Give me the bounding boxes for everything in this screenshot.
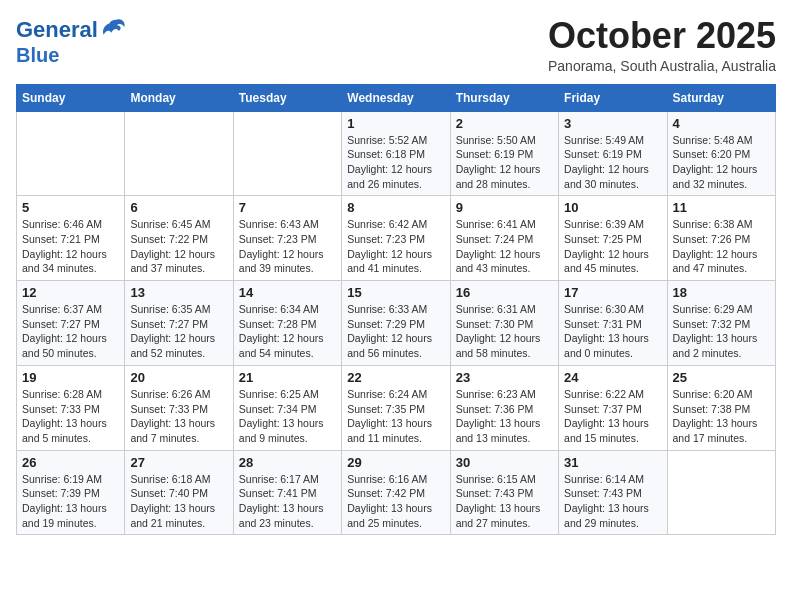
calendar-cell: 25Sunrise: 6:20 AMSunset: 7:38 PMDayligh… <box>667 365 775 450</box>
calendar-cell: 22Sunrise: 6:24 AMSunset: 7:35 PMDayligh… <box>342 365 450 450</box>
week-row-1: 1Sunrise: 5:52 AMSunset: 6:18 PMDaylight… <box>17 111 776 196</box>
header-day-monday: Monday <box>125 84 233 111</box>
calendar-cell: 20Sunrise: 6:26 AMSunset: 7:33 PMDayligh… <box>125 365 233 450</box>
day-number: 26 <box>22 455 119 470</box>
calendar-cell: 16Sunrise: 6:31 AMSunset: 7:30 PMDayligh… <box>450 281 558 366</box>
day-number: 25 <box>673 370 770 385</box>
day-info: Sunrise: 6:20 AMSunset: 7:38 PMDaylight:… <box>673 387 770 446</box>
day-info: Sunrise: 6:46 AMSunset: 7:21 PMDaylight:… <box>22 217 119 276</box>
month-title: October 2025 <box>548 16 776 56</box>
logo-text: General <box>16 18 98 42</box>
header-day-saturday: Saturday <box>667 84 775 111</box>
day-number: 1 <box>347 116 444 131</box>
day-info: Sunrise: 6:34 AMSunset: 7:28 PMDaylight:… <box>239 302 336 361</box>
day-number: 24 <box>564 370 661 385</box>
day-number: 27 <box>130 455 227 470</box>
calendar-cell: 8Sunrise: 6:42 AMSunset: 7:23 PMDaylight… <box>342 196 450 281</box>
calendar-cell: 31Sunrise: 6:14 AMSunset: 7:43 PMDayligh… <box>559 450 667 535</box>
calendar-cell: 5Sunrise: 6:46 AMSunset: 7:21 PMDaylight… <box>17 196 125 281</box>
day-number: 19 <box>22 370 119 385</box>
day-number: 31 <box>564 455 661 470</box>
day-number: 29 <box>347 455 444 470</box>
day-number: 10 <box>564 200 661 215</box>
day-info: Sunrise: 6:25 AMSunset: 7:34 PMDaylight:… <box>239 387 336 446</box>
day-info: Sunrise: 6:33 AMSunset: 7:29 PMDaylight:… <box>347 302 444 361</box>
day-number: 3 <box>564 116 661 131</box>
day-number: 30 <box>456 455 553 470</box>
calendar-table: SundayMondayTuesdayWednesdayThursdayFrid… <box>16 84 776 536</box>
day-info: Sunrise: 6:22 AMSunset: 7:37 PMDaylight:… <box>564 387 661 446</box>
day-info: Sunrise: 5:52 AMSunset: 6:18 PMDaylight:… <box>347 133 444 192</box>
calendar-cell: 13Sunrise: 6:35 AMSunset: 7:27 PMDayligh… <box>125 281 233 366</box>
day-number: 13 <box>130 285 227 300</box>
calendar-cell: 1Sunrise: 5:52 AMSunset: 6:18 PMDaylight… <box>342 111 450 196</box>
day-info: Sunrise: 6:23 AMSunset: 7:36 PMDaylight:… <box>456 387 553 446</box>
day-info: Sunrise: 6:37 AMSunset: 7:27 PMDaylight:… <box>22 302 119 361</box>
calendar-cell <box>17 111 125 196</box>
title-area: October 2025 Panorama, South Australia, … <box>548 16 776 74</box>
day-info: Sunrise: 6:19 AMSunset: 7:39 PMDaylight:… <box>22 472 119 531</box>
day-number: 6 <box>130 200 227 215</box>
day-info: Sunrise: 5:50 AMSunset: 6:19 PMDaylight:… <box>456 133 553 192</box>
day-number: 16 <box>456 285 553 300</box>
calendar-cell: 4Sunrise: 5:48 AMSunset: 6:20 PMDaylight… <box>667 111 775 196</box>
day-number: 7 <box>239 200 336 215</box>
day-number: 12 <box>22 285 119 300</box>
calendar-cell: 23Sunrise: 6:23 AMSunset: 7:36 PMDayligh… <box>450 365 558 450</box>
day-number: 28 <box>239 455 336 470</box>
calendar-cell: 2Sunrise: 5:50 AMSunset: 6:19 PMDaylight… <box>450 111 558 196</box>
day-info: Sunrise: 6:17 AMSunset: 7:41 PMDaylight:… <box>239 472 336 531</box>
calendar-cell: 27Sunrise: 6:18 AMSunset: 7:40 PMDayligh… <box>125 450 233 535</box>
day-info: Sunrise: 5:49 AMSunset: 6:19 PMDaylight:… <box>564 133 661 192</box>
day-number: 5 <box>22 200 119 215</box>
day-number: 21 <box>239 370 336 385</box>
day-number: 20 <box>130 370 227 385</box>
day-number: 22 <box>347 370 444 385</box>
calendar-cell <box>125 111 233 196</box>
day-info: Sunrise: 6:18 AMSunset: 7:40 PMDaylight:… <box>130 472 227 531</box>
header-day-sunday: Sunday <box>17 84 125 111</box>
calendar-cell: 21Sunrise: 6:25 AMSunset: 7:34 PMDayligh… <box>233 365 341 450</box>
day-number: 11 <box>673 200 770 215</box>
header-day-wednesday: Wednesday <box>342 84 450 111</box>
calendar-cell: 24Sunrise: 6:22 AMSunset: 7:37 PMDayligh… <box>559 365 667 450</box>
day-info: Sunrise: 6:30 AMSunset: 7:31 PMDaylight:… <box>564 302 661 361</box>
logo: General Blue <box>16 16 128 66</box>
calendar-cell: 12Sunrise: 6:37 AMSunset: 7:27 PMDayligh… <box>17 281 125 366</box>
day-info: Sunrise: 6:16 AMSunset: 7:42 PMDaylight:… <box>347 472 444 531</box>
calendar-cell: 19Sunrise: 6:28 AMSunset: 7:33 PMDayligh… <box>17 365 125 450</box>
week-row-3: 12Sunrise: 6:37 AMSunset: 7:27 PMDayligh… <box>17 281 776 366</box>
calendar-cell: 30Sunrise: 6:15 AMSunset: 7:43 PMDayligh… <box>450 450 558 535</box>
day-info: Sunrise: 6:43 AMSunset: 7:23 PMDaylight:… <box>239 217 336 276</box>
logo-icon <box>100 16 128 44</box>
logo-general: General <box>16 17 98 42</box>
day-number: 15 <box>347 285 444 300</box>
page-header: General Blue October 2025 Panorama, Sout… <box>16 16 776 74</box>
day-info: Sunrise: 6:42 AMSunset: 7:23 PMDaylight:… <box>347 217 444 276</box>
calendar-cell: 6Sunrise: 6:45 AMSunset: 7:22 PMDaylight… <box>125 196 233 281</box>
day-info: Sunrise: 6:28 AMSunset: 7:33 PMDaylight:… <box>22 387 119 446</box>
calendar-cell: 29Sunrise: 6:16 AMSunset: 7:42 PMDayligh… <box>342 450 450 535</box>
day-number: 4 <box>673 116 770 131</box>
header-day-friday: Friday <box>559 84 667 111</box>
header-row: SundayMondayTuesdayWednesdayThursdayFrid… <box>17 84 776 111</box>
calendar-cell: 15Sunrise: 6:33 AMSunset: 7:29 PMDayligh… <box>342 281 450 366</box>
calendar-cell: 9Sunrise: 6:41 AMSunset: 7:24 PMDaylight… <box>450 196 558 281</box>
day-number: 8 <box>347 200 444 215</box>
calendar-cell <box>667 450 775 535</box>
calendar-cell: 10Sunrise: 6:39 AMSunset: 7:25 PMDayligh… <box>559 196 667 281</box>
day-number: 2 <box>456 116 553 131</box>
day-number: 17 <box>564 285 661 300</box>
day-info: Sunrise: 6:15 AMSunset: 7:43 PMDaylight:… <box>456 472 553 531</box>
header-day-tuesday: Tuesday <box>233 84 341 111</box>
calendar-cell: 17Sunrise: 6:30 AMSunset: 7:31 PMDayligh… <box>559 281 667 366</box>
logo-blue: Blue <box>16 44 128 66</box>
day-info: Sunrise: 6:29 AMSunset: 7:32 PMDaylight:… <box>673 302 770 361</box>
day-info: Sunrise: 6:31 AMSunset: 7:30 PMDaylight:… <box>456 302 553 361</box>
calendar-cell: 11Sunrise: 6:38 AMSunset: 7:26 PMDayligh… <box>667 196 775 281</box>
day-info: Sunrise: 5:48 AMSunset: 6:20 PMDaylight:… <box>673 133 770 192</box>
day-number: 9 <box>456 200 553 215</box>
day-info: Sunrise: 6:14 AMSunset: 7:43 PMDaylight:… <box>564 472 661 531</box>
calendar-cell <box>233 111 341 196</box>
calendar-cell: 3Sunrise: 5:49 AMSunset: 6:19 PMDaylight… <box>559 111 667 196</box>
